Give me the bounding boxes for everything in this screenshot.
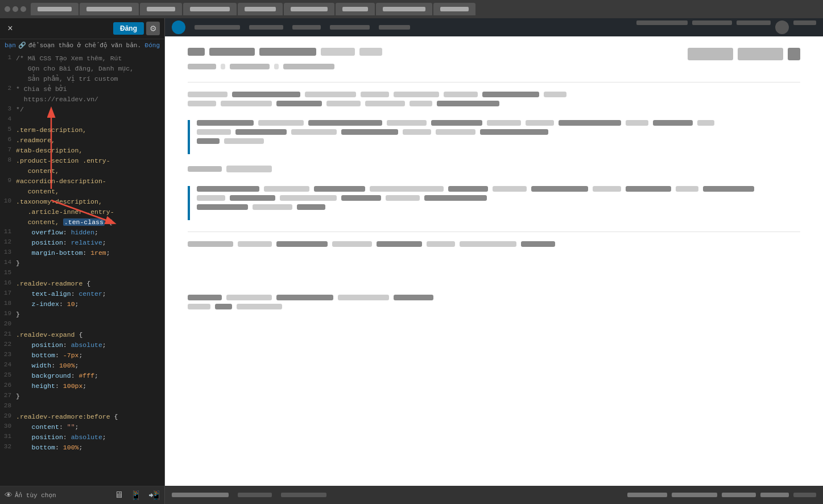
settings-button[interactable]: ⚙ (146, 22, 160, 35)
wp-footer (165, 486, 823, 504)
wp-bar-right (636, 20, 816, 34)
header-actions (688, 48, 800, 60)
browser-tab[interactable] (433, 3, 475, 15)
code-line-17: 17 text-align: center; (0, 289, 164, 299)
tablet-view-icon[interactable]: 📱 (130, 490, 142, 501)
browser-top-bar (0, 0, 823, 18)
code-line-5: 5 .term-description, (0, 125, 164, 135)
code-line-23: 23 bottom: -7px; (0, 350, 164, 361)
browser-tab[interactable] (284, 3, 334, 15)
close-link[interactable]: Đóng (145, 42, 160, 49)
browser-tab[interactable] (376, 3, 432, 15)
close-editor-button[interactable]: × (5, 23, 16, 34)
code-line-15: 15 (0, 268, 164, 279)
main-layout: × Đăng ⚙ bạn 🔗 để soạn thảo ở chế độ văn… (0, 18, 823, 504)
breadcrumb-row (188, 64, 382, 69)
link-icon: 🔗 (18, 42, 26, 49)
content-paragraph-5 (188, 241, 800, 247)
window-dot (13, 6, 18, 12)
wp-bar-item-4 (379, 25, 410, 30)
wp-admin-bar (165, 18, 823, 36)
code-editor[interactable]: 1 /* Mã CSS Tạo Xem thêm, Rút Gọn cho Bà… (0, 51, 164, 486)
footer-right (627, 493, 816, 497)
wp-bar-item-2 (292, 25, 321, 30)
wp-bar-site-name (195, 25, 240, 30)
code-line-25: 25 background: #fff; (0, 371, 164, 381)
browser-tab[interactable] (140, 3, 182, 15)
code-line-9: 9 #accordion-description- content, (0, 176, 164, 197)
editor-info-bar: bạn 🔗 để soạn thảo ở chế độ văn bản. Đón… (0, 39, 164, 51)
code-line-31: 31 position: absolute; (0, 432, 164, 443)
wp-logo (172, 20, 185, 34)
desktop-view-icon[interactable]: 🖥 (114, 490, 123, 501)
code-line-1: 1 /* Mã CSS Tạo Xem thêm, Rút Gọn cho Bà… (0, 53, 164, 84)
code-line-3: 3 */ (0, 105, 164, 115)
browser-tab[interactable] (238, 3, 283, 15)
browser-tab[interactable] (31, 3, 78, 15)
code-line-2: 2 * Chia sẻ bởi https://realdev.vn/ (0, 84, 164, 105)
code-line-24: 24 width: 100%; (0, 361, 164, 371)
content-spacer (188, 261, 800, 295)
code-line-21: 21 .realdev-expand { (0, 330, 164, 340)
code-line-32: 32 bottom: 100%; (0, 443, 164, 453)
mobile-view-icon[interactable]: 📲 (148, 490, 160, 501)
page-header-section (188, 48, 800, 82)
blue-accent-bar-2 (188, 186, 190, 220)
code-line-22: 22 position: absolute; (0, 340, 164, 350)
browser-tabs (31, 3, 818, 15)
editor-toolbar: × Đăng ⚙ (0, 18, 164, 39)
editor-bottom-bar: 👁 Ẩn tùy chọn 🖥 📱 📲 (0, 486, 164, 504)
options-label: 👁 Ẩn tùy chọn (5, 491, 56, 500)
code-line-13: 13 margin-bottom: 1rem; (0, 248, 164, 258)
publish-button[interactable]: Đăng (113, 22, 144, 35)
title-row (188, 48, 382, 56)
content-paragraph-2 (188, 120, 800, 154)
info-suffix: để soạn thảo ở chế độ văn bản. (28, 42, 141, 49)
code-line-11: 11 overflow: hidden; (0, 228, 164, 238)
content-divider (188, 232, 800, 232)
code-line-30: 30 content: ""; (0, 422, 164, 432)
code-line-14: 14 } (0, 258, 164, 268)
code-line-20: 20 (0, 320, 164, 330)
window-controls (5, 6, 26, 12)
code-line-6: 6 .readmore, (0, 135, 164, 146)
browser-tab[interactable] (336, 3, 375, 15)
code-line-4: 4 (0, 115, 164, 125)
wp-bar-item-1 (249, 25, 283, 30)
code-line-28: 28 (0, 402, 164, 412)
code-line-19: 19 } (0, 309, 164, 320)
content-paragraph-4 (188, 186, 800, 220)
window-dot (20, 6, 26, 12)
content-paragraph-3 (188, 166, 800, 172)
code-editor-panel: × Đăng ⚙ bạn 🔗 để soạn thảo ở chế độ văn… (0, 18, 165, 504)
browser-tab[interactable] (80, 3, 139, 15)
view-icons: 🖥 📱 📲 (114, 490, 160, 501)
page-title-area (188, 48, 382, 73)
blue-accent-bar (188, 120, 190, 154)
code-line-8: 8 .product-section .entry- content, (0, 156, 164, 176)
paragraph-content-4 (197, 186, 800, 220)
code-line-7: 7 #tab-description, (0, 146, 164, 156)
wp-page-content (165, 36, 823, 486)
content-paragraph-7 (188, 295, 800, 309)
eye-icon: 👁 (5, 491, 13, 500)
code-line-18: 18 z-index: 10; (0, 299, 164, 309)
code-line-10: 10 .taxonomy-description, .article-inner… (0, 197, 164, 228)
code-line-12: 12 position: relative; (0, 238, 164, 248)
user-link[interactable]: bạn (5, 42, 16, 49)
code-line-27: 27 } (0, 391, 164, 402)
code-line-16: 16 .realdev-readmore { (0, 279, 164, 289)
content-paragraph-1 (188, 92, 800, 106)
code-line-29: 29 .realdev-readmore:before { (0, 412, 164, 422)
wp-bar-item-3 (330, 25, 370, 30)
paragraph-content (197, 120, 800, 154)
browser-tab[interactable] (183, 3, 237, 15)
code-line-26: 26 height: 100px; (0, 381, 164, 391)
editor-actions: Đăng ⚙ (113, 22, 160, 35)
window-dot (5, 6, 10, 12)
preview-panel (165, 18, 823, 504)
